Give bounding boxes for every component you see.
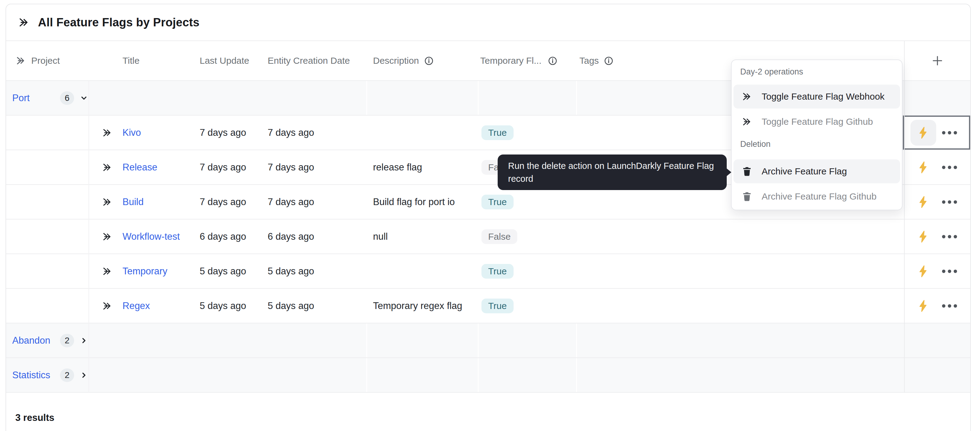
page-title: All Feature Flags by Projects — [38, 16, 199, 29]
column-header-entity-creation-date[interactable]: Entity Creation Date — [268, 56, 350, 66]
action-arrow-icon — [741, 116, 752, 127]
run-action-lightning-button[interactable] — [916, 299, 930, 313]
entity-link[interactable]: Temporary — [123, 266, 167, 277]
more-actions-button[interactable] — [942, 166, 957, 169]
info-icon[interactable] — [424, 56, 434, 66]
tooltip-text: Run the delete action on LaunchDarkly Fe… — [508, 161, 714, 184]
temporary-flag-badge: True — [481, 125, 514, 140]
last-update-cell: 7 days ago — [200, 162, 246, 173]
trash-icon — [741, 166, 752, 177]
chevron-right-icon[interactable] — [79, 336, 89, 345]
group-link-statistics[interactable]: Statistics — [12, 370, 57, 381]
description-cell: release flag — [373, 162, 422, 173]
creation-date-cell: 7 days ago — [268, 162, 314, 173]
description-cell: null — [373, 231, 388, 242]
creation-date-cell: 7 days ago — [268, 196, 314, 208]
more-actions-button[interactable] — [942, 270, 957, 273]
entity-arrow-icon — [102, 231, 113, 242]
column-divider — [366, 323, 367, 358]
run-action-lightning-button[interactable] — [916, 265, 930, 278]
results-count: 3 results — [15, 412, 54, 423]
temporary-flag-badge: True — [481, 195, 514, 209]
column-header-temporary-flag[interactable]: Temporary Fl... — [480, 56, 558, 66]
table-titlebar: All Feature Flags by Projects — [6, 4, 970, 41]
entity-link[interactable]: Release — [123, 162, 158, 173]
chevron-right-icon[interactable] — [79, 370, 89, 380]
group-count-badge: 6 — [60, 91, 74, 105]
group-link-abandon[interactable]: Abandon — [12, 335, 57, 346]
menu-item-archive-feature-flag[interactable]: Archive Feature Flag — [733, 160, 900, 183]
last-update-cell: 5 days ago — [200, 266, 246, 277]
column-divider — [366, 358, 367, 392]
entity-link[interactable]: Workflow-test — [123, 231, 180, 242]
group-count-badge: 2 — [60, 369, 74, 382]
info-icon[interactable] — [547, 56, 558, 66]
entity-arrow-icon — [102, 162, 113, 173]
entity-arrow-icon — [102, 266, 113, 277]
run-action-lightning-button[interactable] — [916, 230, 930, 243]
last-update-cell: 7 days ago — [200, 196, 246, 208]
entity-arrow-icon — [102, 196, 113, 208]
table-row: Temporary 5 days ago 5 days ago True — [6, 254, 970, 289]
column-divider — [366, 81, 367, 115]
add-column-button[interactable] — [904, 54, 971, 67]
last-update-cell: 5 days ago — [200, 300, 246, 311]
menu-item-toggle-feature-flag-github[interactable]: Toggle Feature Flag Github — [733, 110, 900, 134]
creation-date-cell: 7 days ago — [268, 127, 314, 138]
table-row: Workflow-test 6 days ago 6 days ago null… — [6, 219, 970, 254]
creation-date-cell: 5 days ago — [268, 266, 314, 277]
run-action-lightning-button[interactable] — [916, 195, 930, 209]
column-header-description[interactable]: Description — [373, 56, 434, 66]
column-header-last-update[interactable]: Last Update — [200, 56, 249, 66]
temporary-flag-badge: False — [481, 229, 517, 244]
run-action-lightning-button[interactable] — [916, 126, 930, 139]
more-actions-button[interactable] — [942, 235, 957, 238]
last-update-cell: 7 days ago — [200, 127, 246, 138]
run-action-lightning-button[interactable] — [916, 161, 930, 174]
column-divider — [576, 323, 577, 358]
menu-section-label: Day-2 operations — [732, 65, 902, 78]
actions-column-divider — [904, 41, 905, 393]
column-divider — [576, 81, 577, 115]
info-icon[interactable] — [604, 56, 614, 66]
creation-date-cell: 6 days ago — [268, 231, 314, 242]
column-divider — [478, 81, 479, 115]
entity-arrow-icon — [102, 127, 113, 138]
description-cell: Build flag for port io — [373, 196, 455, 208]
more-actions-button[interactable] — [942, 304, 957, 308]
menu-item-archive-feature-flag-github[interactable]: Archive Feature Flag Github — [733, 185, 900, 208]
table-row: Regex 5 days ago 5 days ago Temporary re… — [6, 289, 970, 323]
group-column-divider — [89, 81, 89, 393]
last-update-cell: 6 days ago — [200, 231, 246, 242]
table-footer: 3 results — [6, 393, 970, 431]
group-count-badge: 2 — [60, 334, 74, 347]
action-tooltip: Run the delete action on LaunchDarkly Fe… — [498, 155, 727, 190]
column-divider — [576, 358, 577, 392]
creation-date-cell: 5 days ago — [268, 300, 314, 311]
entity-arrow-icon — [102, 300, 113, 311]
group-row-statistics: Statistics 2 — [6, 358, 970, 393]
column-header-project[interactable]: Project — [31, 56, 60, 66]
blueprint-arrow-icon — [18, 16, 30, 29]
trash-icon — [741, 191, 752, 202]
column-header-tags[interactable]: Tags — [579, 56, 614, 66]
entity-link[interactable]: Kivo — [123, 127, 141, 138]
group-link-port[interactable]: Port — [12, 93, 57, 104]
entity-link[interactable]: Regex — [123, 300, 150, 311]
group-row-abandon: Abandon 2 — [6, 323, 970, 358]
action-arrow-icon — [741, 91, 752, 102]
column-divider — [478, 358, 479, 392]
more-actions-button[interactable] — [942, 131, 957, 134]
more-actions-button[interactable] — [942, 200, 957, 204]
temporary-flag-badge: True — [481, 299, 514, 313]
chevron-down-icon[interactable] — [79, 93, 89, 103]
actions-dropdown-menu: Day-2 operations Toggle Feature Flag Web… — [731, 59, 902, 210]
plus-icon — [931, 54, 944, 67]
menu-section-label: Deletion — [732, 137, 902, 151]
column-divider — [478, 323, 479, 358]
group-by-arrow-icon — [15, 55, 26, 66]
menu-item-toggle-feature-flag-webhook[interactable]: Toggle Feature Flag Webhook — [733, 85, 900, 109]
entity-link[interactable]: Build — [123, 196, 144, 208]
column-header-title[interactable]: Title — [123, 56, 140, 66]
temporary-flag-badge: True — [481, 264, 514, 279]
